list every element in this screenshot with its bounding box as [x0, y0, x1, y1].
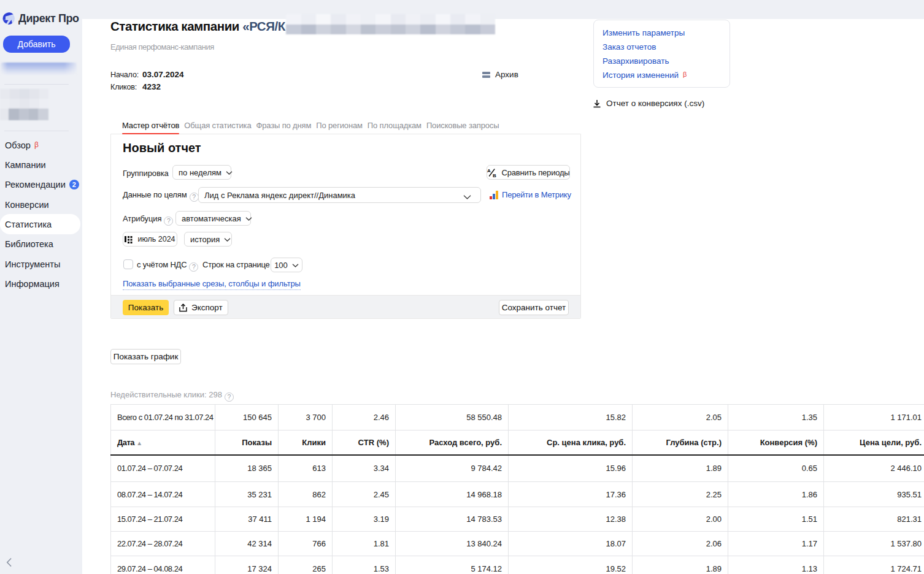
svg-text:A: A	[487, 168, 491, 174]
svg-text:B: B	[493, 172, 496, 177]
